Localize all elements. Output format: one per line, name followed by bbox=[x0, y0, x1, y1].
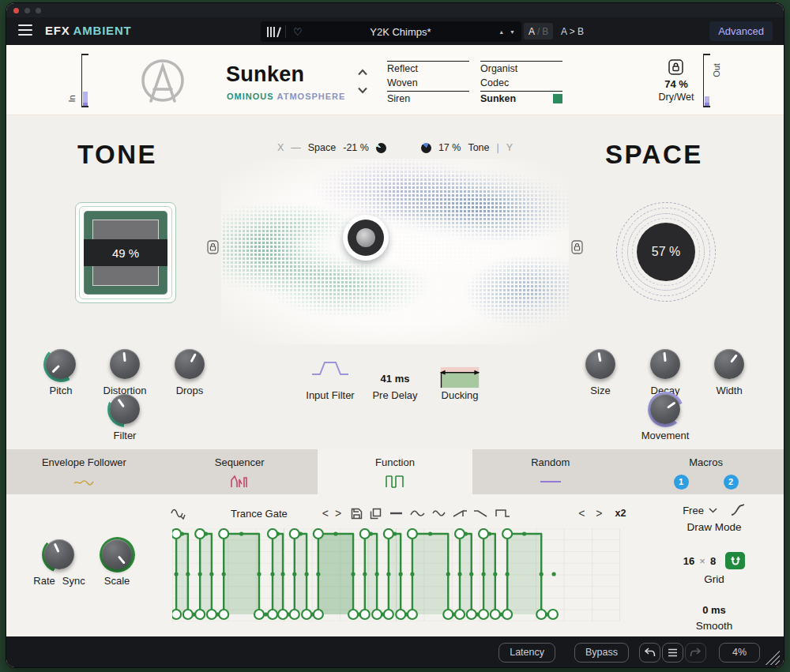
preset-down-chevron[interactable] bbox=[357, 87, 368, 94]
minimize-window-button[interactable] bbox=[24, 8, 30, 13]
envelope-follower-icon bbox=[73, 477, 94, 486]
shape-flat-icon[interactable] bbox=[389, 508, 403, 519]
preset-next-arrow[interactable]: ▼ bbox=[510, 29, 515, 35]
selected-preset-square bbox=[553, 94, 562, 103]
grid-rows[interactable]: 8 bbox=[710, 555, 716, 567]
gate-editor[interactable] bbox=[172, 528, 620, 625]
tab-macros[interactable]: Macros 1 2 bbox=[628, 449, 784, 494]
smooth-value[interactable]: 0 ms bbox=[662, 604, 766, 616]
decay-knob[interactable]: Decay bbox=[632, 349, 698, 396]
ab-a[interactable]: A bbox=[529, 26, 535, 37]
filter-knob[interactable]: Filter bbox=[92, 394, 158, 441]
shape-sine-icon[interactable] bbox=[410, 508, 425, 519]
pattern-prev-chevron[interactable]: < bbox=[577, 507, 586, 520]
drops-knob[interactable]: Drops bbox=[156, 349, 223, 396]
y-param-value[interactable]: 17 % bbox=[438, 142, 461, 153]
tab-sequencer[interactable]: Sequencer bbox=[162, 449, 318, 494]
ab-toggle[interactable]: A / B bbox=[524, 23, 553, 39]
ab-copy-button[interactable]: A > B bbox=[561, 26, 584, 37]
draw-mode-value[interactable]: Free bbox=[683, 505, 704, 516]
tab-function[interactable]: Function bbox=[318, 449, 473, 494]
history-list-button[interactable] bbox=[662, 643, 683, 663]
arturia-logo bbox=[138, 57, 187, 107]
curve-mode-icon[interactable] bbox=[730, 504, 746, 516]
x-param-name: Space bbox=[308, 142, 336, 153]
header: In Sunken OMINOUSATMOSPHERE Reflect Wove… bbox=[6, 45, 784, 115]
x-param-value[interactable]: -21 % bbox=[343, 142, 369, 153]
redo-button[interactable] bbox=[685, 643, 706, 663]
drywet-value[interactable]: 74 % bbox=[654, 78, 698, 90]
hamburger-menu-icon[interactable] bbox=[18, 24, 32, 36]
preset-name[interactable]: Y2K Chimps* bbox=[303, 26, 498, 38]
size-knob[interactable]: Size bbox=[567, 349, 634, 396]
resize-handle[interactable] bbox=[765, 650, 780, 665]
grid-cols[interactable]: 16 bbox=[683, 555, 694, 567]
ab-b[interactable]: B bbox=[542, 26, 548, 37]
shape-ramp-up-icon[interactable] bbox=[453, 508, 468, 519]
y-param-name: Tone bbox=[468, 142, 489, 153]
waveform-select-icon[interactable] bbox=[171, 507, 186, 520]
undo-button[interactable] bbox=[639, 643, 660, 663]
y-axis-pipe: | bbox=[496, 142, 498, 153]
xy-pad[interactable] bbox=[221, 159, 569, 344]
preset-item[interactable]: Siren bbox=[387, 91, 469, 106]
movement-knob[interactable]: Movement bbox=[632, 394, 698, 441]
close-window-button[interactable] bbox=[13, 8, 19, 13]
grid-size-row: 16 × 8 bbox=[662, 552, 766, 569]
preset-browser[interactable]: ♡ Y2K Chimps* ▲ ▼ bbox=[261, 21, 521, 42]
tone-amount-control[interactable]: 49 % bbox=[75, 202, 176, 303]
space-amount-value: 57 % bbox=[637, 223, 695, 281]
preset-up-chevron[interactable] bbox=[357, 69, 368, 76]
latency-button[interactable]: Latency bbox=[498, 643, 555, 663]
x-axis-lock-icon[interactable] bbox=[207, 240, 219, 254]
macro-1-badge[interactable]: 1 bbox=[674, 475, 689, 490]
ducking-control[interactable]: Ducking bbox=[419, 366, 501, 401]
y-axis-lock-icon[interactable] bbox=[571, 240, 583, 254]
preset-item-selected[interactable]: Sunken bbox=[480, 91, 562, 106]
distortion-knob[interactable]: Distortion bbox=[92, 349, 158, 396]
preset-item[interactable]: Organist bbox=[480, 61, 562, 76]
input-meter[interactable] bbox=[81, 54, 89, 107]
mode-prev-chevron[interactable]: < bbox=[321, 507, 330, 520]
copy-icon[interactable] bbox=[370, 508, 382, 520]
preset-item[interactable]: Codec bbox=[480, 76, 562, 90]
ducking-icon bbox=[438, 366, 481, 389]
preset-prev-arrow[interactable]: ▲ bbox=[498, 29, 504, 35]
space-section-title: SPACE bbox=[605, 140, 703, 170]
shape-ramp-down-icon[interactable] bbox=[473, 508, 488, 519]
pitch-knob[interactable]: Pitch bbox=[28, 349, 94, 396]
preset-item[interactable]: Reflect bbox=[387, 61, 469, 76]
rate-knob[interactable]: Rate Sync bbox=[26, 539, 92, 587]
shape-sine-small-icon[interactable] bbox=[432, 508, 446, 519]
bypass-button[interactable]: Bypass bbox=[574, 643, 629, 663]
tab-random[interactable]: Random bbox=[472, 449, 628, 494]
shape-square-icon[interactable] bbox=[495, 508, 510, 519]
function-mode-name[interactable]: Trance Gate bbox=[231, 508, 288, 520]
y-axis-label: Y bbox=[506, 142, 513, 153]
mode-next-chevron[interactable]: > bbox=[333, 507, 343, 520]
macro-2-badge[interactable]: 2 bbox=[724, 475, 739, 490]
space-amount-control[interactable]: 57 % bbox=[616, 202, 716, 302]
rate-label: Rate bbox=[33, 575, 55, 587]
library-icon[interactable] bbox=[267, 27, 278, 37]
modulator-tab-bar: Envelope Follower Sequencer Function Ran… bbox=[6, 449, 784, 494]
divider bbox=[285, 25, 286, 38]
save-icon[interactable] bbox=[351, 508, 363, 520]
sync-label[interactable]: Sync bbox=[62, 575, 85, 587]
scale-knob[interactable]: Scale bbox=[84, 539, 150, 587]
drywet-lock-icon[interactable] bbox=[668, 59, 683, 75]
cpu-meter-button[interactable]: 4% bbox=[719, 643, 760, 663]
preset-item[interactable]: Woven bbox=[387, 76, 469, 90]
bottom-bar: Latency Bypass 4% bbox=[6, 636, 784, 667]
xy-pad-puck[interactable] bbox=[343, 215, 389, 261]
zoom-window-button[interactable] bbox=[36, 8, 41, 13]
chevron-down-icon[interactable] bbox=[709, 508, 717, 513]
advanced-button[interactable]: Advanced bbox=[709, 21, 773, 41]
tab-envelope-follower[interactable]: Envelope Follower bbox=[6, 449, 162, 494]
favorite-heart-icon[interactable]: ♡ bbox=[293, 27, 303, 37]
output-meter[interactable] bbox=[703, 54, 711, 107]
pattern-next-chevron[interactable]: > bbox=[594, 507, 604, 520]
width-knob[interactable]: Width bbox=[696, 349, 762, 396]
x2-button[interactable]: x2 bbox=[615, 508, 626, 519]
snap-magnet-button[interactable] bbox=[725, 552, 745, 569]
